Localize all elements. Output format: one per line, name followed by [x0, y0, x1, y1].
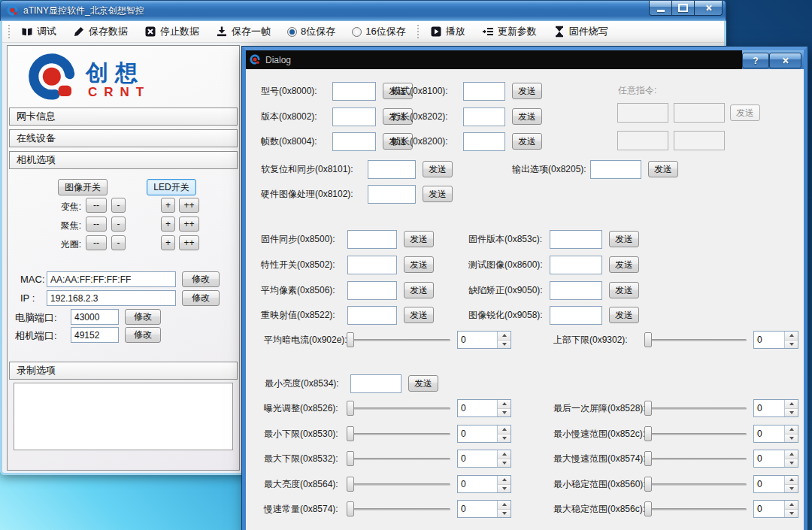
focus-minus-button[interactable]: -	[111, 217, 126, 232]
upper-lower-limit-spinbox[interactable]	[753, 331, 798, 349]
ip-modify-button[interactable]: 修改	[182, 290, 220, 306]
image-switch-button[interactable]: 图像开关	[58, 179, 108, 195]
save-16bit-radio[interactable]: 16位保存	[344, 22, 414, 41]
slider-handle[interactable]	[347, 451, 354, 466]
cam-port-input[interactable]	[71, 327, 119, 343]
slow-constant-slider[interactable]	[347, 501, 450, 516]
slider-handle[interactable]	[644, 401, 652, 416]
slow-constant-value[interactable]	[458, 501, 497, 517]
mode-send-button[interactable]: 发送	[512, 83, 542, 99]
section-online-devices[interactable]: 在线设备	[9, 129, 238, 147]
maximize-button[interactable]	[671, 1, 695, 16]
mode-input[interactable]	[463, 82, 505, 101]
zoom-minus2-button[interactable]: --	[86, 198, 107, 213]
slider-handle[interactable]	[347, 401, 354, 416]
save-frame-button[interactable]: 保存一帧	[208, 22, 279, 41]
slider-handle[interactable]	[347, 501, 354, 516]
max-stable-range-slider[interactable]	[644, 501, 747, 516]
update-params-button[interactable]: 更新参数	[474, 22, 545, 41]
spin-up-button[interactable]	[498, 501, 511, 510]
save-8bit-radio[interactable]: 8位保存	[279, 22, 344, 41]
led-switch-button[interactable]: LED开关	[147, 179, 196, 195]
defect-correction-send-button[interactable]: 发送	[609, 282, 639, 298]
output-option-input[interactable]	[590, 160, 641, 179]
max-lower-limit-spinbox[interactable]	[457, 450, 511, 468]
save-data-button[interactable]: 保存数据	[65, 22, 136, 41]
defect-correction-input[interactable]	[550, 281, 602, 300]
spin-up-button[interactable]	[498, 450, 511, 459]
zoom-plus-button[interactable]: +	[161, 198, 175, 213]
frame-length-input[interactable]	[463, 132, 505, 151]
cam-port-modify-button[interactable]: 修改	[125, 327, 161, 343]
max-brightness-spinbox[interactable]	[457, 475, 511, 493]
spin-up-button[interactable]	[785, 332, 798, 341]
exposure-adjust-slider[interactable]	[347, 401, 450, 416]
dialog-close-button[interactable]	[769, 53, 801, 68]
image-sharpen-send-button[interactable]: 发送	[609, 307, 639, 323]
arbitrary-input-4[interactable]	[674, 131, 725, 150]
spin-down-button[interactable]	[498, 459, 511, 468]
upper-lower-limit-value[interactable]	[754, 332, 784, 348]
min-lower-limit-spinbox[interactable]	[457, 425, 511, 443]
min-lower-limit-slider[interactable]	[347, 426, 450, 441]
remap-value-input[interactable]	[347, 306, 397, 325]
spin-up-button[interactable]	[785, 501, 798, 510]
slider-handle[interactable]	[347, 477, 354, 492]
firmware-sync-send-button[interactable]: 发送	[404, 231, 434, 247]
toolbar-grip[interactable]	[8, 25, 10, 38]
play-button[interactable]: 播放	[422, 22, 474, 41]
slider-handle[interactable]	[644, 332, 652, 347]
slider-handle[interactable]	[644, 501, 652, 516]
max-slow-range-value[interactable]	[754, 450, 784, 467]
max-stable-range-spinbox[interactable]	[753, 500, 798, 518]
max-lower-limit-value[interactable]	[458, 450, 497, 467]
slider-handle[interactable]	[347, 426, 354, 441]
dialog-help-button[interactable]: ?	[742, 53, 769, 68]
section-camera-options[interactable]: 相机选项	[9, 151, 238, 169]
exposure-adjust-value[interactable]	[458, 400, 497, 416]
upper-lower-limit-slider[interactable]	[644, 332, 747, 347]
avg-pixel-send-button[interactable]: 发送	[404, 282, 434, 298]
min-stable-range-value[interactable]	[754, 476, 784, 492]
firmware-version-send-button[interactable]: 发送	[609, 231, 639, 247]
avg-pixel-input[interactable]	[347, 281, 397, 300]
focus-minus2-button[interactable]: --	[86, 217, 107, 232]
firmware-write-button[interactable]: 固件烧写	[545, 22, 617, 41]
min-slow-range-spinbox[interactable]	[753, 425, 798, 443]
min-brightness-input[interactable]	[350, 374, 401, 393]
close-button[interactable]	[694, 1, 723, 16]
ip-input[interactable]	[47, 290, 176, 306]
soft-reset-sync-send-button[interactable]: 发送	[423, 161, 453, 177]
frames-input[interactable]	[332, 132, 376, 151]
last-barrier-spinbox[interactable]	[753, 399, 798, 417]
spin-up-button[interactable]	[498, 476, 511, 485]
zoom-minus-button[interactable]: -	[111, 198, 126, 213]
spin-down-button[interactable]	[785, 341, 798, 349]
firmware-sync-input[interactable]	[347, 230, 397, 249]
mac-input[interactable]	[47, 271, 176, 287]
test-image-send-button[interactable]: 发送	[609, 256, 639, 273]
max-slow-range-slider[interactable]	[644, 451, 747, 466]
zoom-plus2-button[interactable]: ++	[179, 198, 199, 213]
feature-switch-input[interactable]	[347, 256, 397, 274]
hw-image-processing-send-button[interactable]: 发送	[423, 186, 453, 202]
arbitrary-input-1[interactable]	[617, 103, 668, 123]
spin-down-button[interactable]	[498, 510, 511, 518]
spin-down-button[interactable]	[785, 510, 798, 518]
pc-port-input[interactable]	[71, 309, 119, 325]
focus-plus2-button[interactable]: ++	[179, 217, 199, 232]
avg-dark-current-spinbox[interactable]	[457, 331, 511, 349]
line-length-send-button[interactable]: 发送	[512, 108, 542, 125]
pc-port-modify-button[interactable]: 修改	[125, 309, 161, 325]
exposure-adjust-spinbox[interactable]	[457, 399, 511, 417]
feature-switch-send-button[interactable]: 发送	[404, 256, 434, 273]
soft-reset-sync-input[interactable]	[368, 160, 416, 179]
image-sharpen-input[interactable]	[550, 306, 602, 325]
max-lower-limit-slider[interactable]	[347, 451, 450, 466]
iris-minus-button[interactable]: -	[111, 235, 126, 250]
max-slow-range-spinbox[interactable]	[753, 450, 798, 468]
iris-minus2-button[interactable]: --	[86, 235, 107, 250]
spin-up-button[interactable]	[785, 400, 798, 409]
min-brightness-send-button[interactable]: 发送	[408, 375, 438, 392]
avg-dark-current-value[interactable]	[458, 332, 497, 348]
